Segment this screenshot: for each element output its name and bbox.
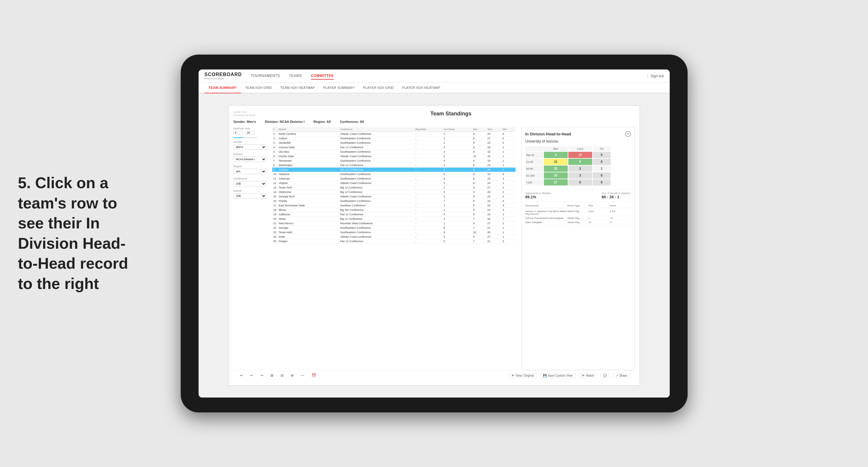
filter-select-school[interactable]: (All) (234, 193, 266, 198)
eye-icon: 👁 (512, 374, 514, 377)
h2h-51100-loss: 3 (568, 173, 592, 179)
cell-reg-rank: - (414, 163, 442, 167)
th-rank: # (272, 127, 278, 132)
clock-icon[interactable]: ⏰ (310, 373, 318, 378)
table-row[interactable]: 19 California Pac-12 Conference - 4 8 24… (272, 212, 516, 217)
undo-icon[interactable]: ↩ (238, 373, 245, 378)
table-row[interactable]: 15 Georgia Tech Atlantic Coast Conferenc… (272, 194, 516, 199)
cell-tour: 23 (486, 208, 501, 212)
table-row[interactable]: 2 Auburn Southeastern Conference - 1 9 2… (272, 136, 516, 141)
redo-icon[interactable]: ↪ (258, 373, 265, 378)
panel-header: Update time: 27/03/2024 16:56:26 Team St… (234, 110, 635, 117)
cell-conf-rank: 1 (442, 221, 472, 226)
dash-icon[interactable]: — (299, 373, 306, 378)
th-pos: Pos (589, 204, 610, 207)
cell-rds: 9 (472, 132, 486, 136)
filter-select-division[interactable]: NCAA Division I (234, 157, 266, 162)
watch-label: Watch (586, 374, 594, 377)
cell-reg-rank: - (414, 194, 442, 199)
filter-region-value: All (327, 120, 331, 123)
crop-icon[interactable]: ⊟ (279, 373, 285, 378)
table-row[interactable]: 14 Oklahoma Big 12 Conference - 3 9 26 2 (272, 190, 516, 194)
table-row[interactable]: 16 Florida Southeastern Conference - 7 9… (272, 199, 516, 204)
cell-school: Florida State (278, 154, 339, 159)
cell-win: 1 (501, 145, 515, 150)
min-rounds-slider[interactable] (234, 137, 257, 138)
h2h-divider-2 (525, 201, 631, 202)
table-row[interactable]: 5 Ole Miss Southeastern Conference - 3 6… (272, 150, 516, 154)
h2h-51100-win: 20 (544, 173, 568, 179)
min-rounds-max-input[interactable] (246, 131, 255, 135)
table-row[interactable]: 25 Oregon Pac-12 Conference - 5 7 21 0 (272, 239, 516, 244)
filter-select-gender[interactable]: Men's (234, 144, 266, 150)
cell-tour: 23 (486, 141, 501, 145)
table-row[interactable]: 4 Arizona State Pac-12 Conference - 3 9 … (272, 145, 516, 150)
table-row[interactable]: 20 Texas Big 12 Conference - 3 7 20 7 (272, 217, 516, 221)
zoom-icon[interactable]: ⊞ (269, 373, 275, 378)
filter-select-region[interactable]: N/A (234, 169, 266, 174)
th-conf-rank: Conf Rank (442, 127, 472, 132)
table-row[interactable]: 6 Florida State Atlantic Coast Conferenc… (272, 154, 516, 159)
cell-tour: 26 (486, 190, 501, 194)
cell-school: Vanderbilt (278, 141, 339, 145)
cell-conf-rank: 4 (442, 194, 472, 199)
h2h-2650-tie: 1 (593, 165, 611, 172)
cell-reg-rank: - (414, 221, 442, 226)
cell-reg-rank: - (414, 159, 442, 163)
h2h-stats-row: Opponents in division: 99.1% W-L-T recor… (525, 192, 631, 199)
cell-school: Texas A&M (278, 230, 339, 235)
nav-tournaments[interactable]: TOURNAMENTS (251, 72, 280, 80)
cell-tour: 24 (486, 212, 501, 217)
subnav-team-summary[interactable]: TEAM SUMMARY (205, 83, 241, 93)
cell-rank: 5 (272, 150, 278, 154)
sign-out-button[interactable]: Sign out (650, 74, 663, 78)
cell-conf-rank: 6 (442, 177, 472, 181)
cell-reg-rank: - (414, 212, 442, 217)
cell-conference: Southeastern Conference (339, 199, 414, 204)
subnav-team-h2h-heatmap[interactable]: TEAM H2H HEATMAP (276, 83, 319, 93)
cell-conference: Southeastern Conference (339, 150, 414, 154)
subnav-team-h2h-grid[interactable]: TEAM H2H GRID (241, 83, 276, 93)
min-rounds-input[interactable] (234, 131, 242, 135)
cell-conf-rank: 5 (442, 172, 472, 177)
table-row[interactable]: 11 Arkansas Southeastern Conference - 6 … (272, 177, 516, 181)
main-content: Update time: 27/03/2024 16:56:26 Team St… (198, 93, 670, 398)
th-score: Score (610, 204, 631, 207)
table-row[interactable]: 21 New Mexico Mountain West Conference -… (272, 221, 516, 226)
cell-conference: Mountain West Conference (339, 221, 414, 226)
cell-rds: 9 (472, 235, 486, 239)
cell-rank: 24 (272, 235, 278, 239)
table-row[interactable]: 1 North Carolina Atlantic Coast Conferen… (272, 132, 516, 136)
table-row[interactable]: 9 Arizona Pac-12 Conference - 5 8 20 2 (272, 167, 516, 172)
cell-conf-rank: 2 (442, 163, 472, 167)
watch-btn[interactable]: 👁 Watch (579, 373, 597, 378)
table-row[interactable]: 3 Vanderbilt Southeastern Conference - 2… (272, 141, 516, 145)
comment-btn[interactable]: 💬 (600, 373, 610, 378)
subnav-player-h2h-heatmap[interactable]: PLAYER H2H HEATMAP (398, 83, 444, 93)
filter-select-conference[interactable]: (All) (234, 181, 266, 186)
subnav-player-summary[interactable]: PLAYER SUMMARY (319, 83, 359, 93)
table-row[interactable]: 22 Georgia Southeastern Conference - 8 7… (272, 226, 516, 230)
subnav-player-h2h-grid[interactable]: PLAYER H2H GRID (359, 83, 398, 93)
view-original-btn[interactable]: 👁 View: Original (509, 373, 537, 378)
table-row[interactable]: 17 East Tennessee State Southern Confere… (272, 204, 516, 208)
add-icon[interactable]: ⊕ (289, 373, 296, 378)
table-row[interactable]: 10 Alabama Southeastern Conference - 5 8… (272, 172, 516, 177)
nav-committee[interactable]: COMMITTEE (311, 72, 334, 80)
table-row[interactable]: 23 Texas A&M Southeastern Conference - 9… (272, 230, 516, 235)
table-row[interactable]: 12 Virginia Atlantic Coast Conference - … (272, 181, 516, 186)
table-row[interactable]: 18 Illinois Big Ten Conference - 1 9 23 … (272, 208, 516, 212)
cell-tour: 27 (486, 186, 501, 190)
h2h-gt100-loss: 0 (568, 179, 592, 186)
save-custom-btn[interactable]: 💾 Save Custom View (540, 373, 576, 378)
table-row[interactable]: 8 Washington Pac-12 Conference - 2 8 23 … (272, 163, 516, 167)
table-row[interactable]: 7 Tennessee Southeastern Conference - 4 … (272, 159, 516, 163)
table-row[interactable]: 13 Texas Tech Big 12 Conference - 1 9 27… (272, 186, 516, 190)
tablet-frame: SCOREBOARD Powered by clippd TOURNAMENTS… (181, 55, 688, 412)
h2h-close-button[interactable]: ✕ (625, 131, 631, 137)
share-btn[interactable]: ↗ Share (613, 373, 630, 378)
table-row[interactable]: 24 Duke Atlantic Coast Conference - 5 9 … (272, 235, 516, 239)
cell-reg-rank: - (414, 154, 442, 159)
nav-teams[interactable]: TEAMS (289, 72, 302, 80)
undo2-icon[interactable]: ↩ (248, 373, 255, 378)
